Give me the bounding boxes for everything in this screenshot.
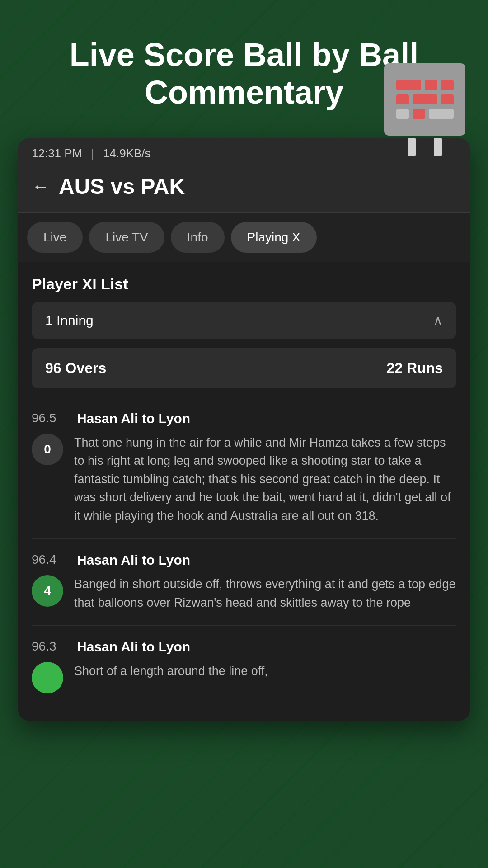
- match-title: AUS vs PAK: [59, 174, 185, 199]
- bowler-batsman: Hasan Ali to Lyon: [77, 411, 190, 426]
- ball-badge-four: 4: [32, 575, 63, 607]
- inning-selector[interactable]: 1 Inning ∧: [32, 302, 456, 339]
- commentary-list: 96.5 Hasan Ali to Lyon 0 That one hung i…: [32, 397, 456, 708]
- tab-live-tv[interactable]: Live TV: [89, 222, 164, 253]
- back-button[interactable]: ←: [32, 177, 50, 195]
- commentary-entry: 96.4 Hasan Ali to Lyon 4 Banged in short…: [32, 539, 456, 626]
- tab-live[interactable]: Live: [27, 222, 83, 253]
- runs-label: 22 Runs: [387, 360, 443, 377]
- status-network: 14.9KB/s: [103, 146, 151, 160]
- tab-info[interactable]: Info: [171, 222, 225, 253]
- commentary-entry: 96.5 Hasan Ali to Lyon 0 That one hung i…: [32, 397, 456, 539]
- over-number: 96.3: [32, 639, 68, 654]
- bowler-batsman: Hasan Ali to Lyon: [77, 639, 190, 655]
- tab-playing-xi[interactable]: Playing X: [231, 222, 317, 253]
- app-frame: 12:31 PM | 14.9KB/s ← AUS vs PAK Live Li…: [18, 138, 470, 721]
- content-area: Player XI List 1 Inning ∧ 96 Overs 22 Ru…: [18, 262, 470, 721]
- overs-label: 96 Overs: [45, 360, 106, 377]
- scoreboard-illustration: [375, 63, 474, 163]
- inning-label: 1 Inning: [45, 313, 94, 328]
- nav-tabs: Live Live TV Info Playing X: [18, 213, 470, 262]
- status-time: 12:31 PM: [32, 146, 82, 160]
- overs-summary: 96 Overs 22 Runs: [32, 348, 456, 388]
- status-separator: |: [91, 146, 94, 160]
- commentary-text: Banged in short outside off, throws ever…: [74, 575, 456, 612]
- ball-badge-green: [32, 662, 63, 693]
- match-header: ← AUS vs PAK: [18, 165, 470, 213]
- ball-badge: 0: [32, 434, 63, 465]
- over-number: 96.4: [32, 552, 68, 567]
- commentary-text: That one hung in the air for a while and…: [74, 434, 456, 525]
- bowler-batsman: Hasan Ali to Lyon: [77, 552, 190, 568]
- section-title: Player XI List: [32, 275, 456, 293]
- commentary-text: Short of a length around the line off,: [74, 662, 456, 680]
- over-number: 96.5: [32, 411, 68, 425]
- commentary-entry: 96.3 Hasan Ali to Lyon Short of a length…: [32, 626, 456, 707]
- chevron-up-icon: ∧: [433, 313, 443, 328]
